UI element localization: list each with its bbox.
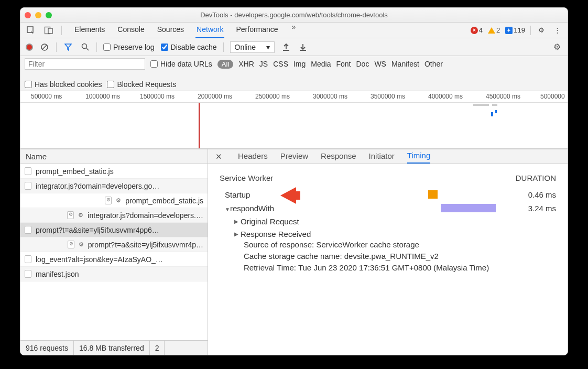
request-count: 916 requests [20, 341, 74, 355]
filter-row: Hide data URLs All XHR JS CSS Img Media … [20, 56, 568, 91]
blocked-requests-checkbox[interactable]: Blocked Requests [107, 80, 176, 89]
filter-type-css[interactable]: CSS [273, 60, 288, 68]
detail-tab-headers[interactable]: Headers [238, 150, 268, 163]
filter-type-img[interactable]: Img [293, 60, 306, 68]
upload-har-icon[interactable] [281, 42, 291, 52]
request-row[interactable]: manifest.json [20, 267, 208, 281]
request-list-pane: Name prompt_embed_static.jsintegrator.js… [20, 149, 208, 355]
detail-tab-timing[interactable]: Timing [407, 149, 430, 164]
transferred-size: 16.8 MB transferred [74, 341, 150, 355]
network-toolbar: Preserve log Disable cache Online▾ ⚙ [20, 38, 568, 56]
clear-icon[interactable] [39, 42, 50, 52]
device-icon[interactable] [43, 25, 54, 36]
timing-row-startup: Startup 0.46 ms [225, 188, 556, 201]
timeline-bar [495, 110, 497, 113]
titlebar[interactable]: DevTools - developers.google.com/web/too… [20, 8, 568, 23]
detail-pane: ✕ Headers Preview Response Initiator Tim… [208, 149, 568, 355]
network-settings-icon[interactable]: ⚙ [552, 42, 562, 52]
filter-type-doc[interactable]: Doc [356, 60, 369, 68]
filter-type-all[interactable]: All [217, 60, 233, 69]
file-gear-icon [68, 241, 74, 248]
tab-sources[interactable]: Sources [156, 23, 185, 38]
filter-type-font[interactable]: Font [336, 60, 351, 68]
caret-right-icon: ▶ [234, 231, 238, 237]
timing-row-respondwith[interactable]: ▼respondWith 3.24 ms [225, 201, 556, 215]
timing-bar-area [361, 190, 514, 199]
filter-type-manifest[interactable]: Manifest [391, 60, 419, 68]
file-icon [25, 167, 31, 175]
file-icon [25, 270, 31, 278]
svg-line-4 [42, 45, 47, 49]
request-row[interactable]: prompt_embed_static.js [20, 164, 208, 179]
timeline-cursor[interactable] [199, 103, 200, 148]
request-list[interactable]: prompt_embed_static.jsintegrator.js?doma… [20, 164, 208, 340]
detail-tab-preview[interactable]: Preview [280, 150, 308, 163]
tab-console[interactable]: Console [116, 23, 145, 38]
detail-tab-initiator[interactable]: Initiator [369, 150, 395, 163]
gear-icon: ⚙ [78, 212, 83, 219]
has-blocked-cookies-checkbox[interactable]: Has blocked cookies [25, 80, 102, 89]
svg-point-5 [82, 44, 86, 49]
tab-network[interactable]: Network [195, 23, 224, 38]
info-cache-name: Cache storage cache name: devsite.pwa_RU… [244, 252, 556, 263]
warning-badge[interactable]: 2 [488, 26, 500, 34]
request-row[interactable]: ⚙prompt_embed_static.js [20, 193, 208, 208]
search-icon[interactable] [80, 42, 90, 52]
caret-down-icon: ▼ [225, 207, 230, 212]
throttle-select[interactable]: Online▾ [230, 41, 275, 53]
filter-type-js[interactable]: JS [259, 60, 268, 68]
separator [530, 26, 531, 35]
column-header-name[interactable]: Name [20, 149, 208, 164]
inspect-icon[interactable] [26, 25, 36, 36]
filter-type-media[interactable]: Media [311, 60, 331, 68]
settings-gear-icon[interactable]: ⚙ [536, 25, 547, 36]
message-badge[interactable]: ✦119 [505, 26, 525, 34]
filter-icon[interactable] [63, 42, 73, 52]
annotation-arrow-icon [275, 185, 300, 206]
separator [61, 26, 62, 35]
more-tabs-icon[interactable]: » [290, 23, 298, 38]
disable-cache-checkbox[interactable]: Disable cache [161, 43, 217, 51]
timing-bar-area [361, 203, 514, 213]
main-tab-row: Elements Console Sources Network Perform… [20, 23, 568, 38]
request-row[interactable]: integrator.js?domain=developers.go… [20, 179, 208, 193]
tab-elements[interactable]: Elements [73, 23, 106, 38]
record-button[interactable] [26, 44, 33, 51]
timing-header: Service Worker DURATION [220, 173, 556, 182]
filter-input[interactable] [25, 58, 145, 70]
section-title: Service Worker [220, 173, 273, 182]
close-detail-icon[interactable]: ✕ [215, 152, 222, 161]
tab-performance[interactable]: Performance [235, 23, 279, 38]
request-name: log_event?alt=json&key=AIzaSyAO_… [36, 255, 163, 264]
detail-tab-response[interactable]: Response [321, 150, 356, 163]
split-pane: Name prompt_embed_static.jsintegrator.js… [20, 149, 568, 355]
hide-data-urls-checkbox[interactable]: Hide data URLs [150, 60, 212, 68]
filter-type-xhr[interactable]: XHR [238, 60, 254, 68]
duration-label: DURATION [516, 173, 556, 182]
tree-original-request[interactable]: ▶Original Request [234, 215, 556, 227]
kebab-menu-icon[interactable]: ⋮ [552, 25, 562, 36]
timing-bar [428, 190, 438, 199]
error-badge[interactable]: ×4 [471, 26, 483, 34]
request-row[interactable]: prompt?t=a&site=ylj5ifxusvvmr4pp6… [20, 223, 208, 237]
timeline-overview[interactable]: 500000 ms 1000000 ms 1500000 ms 2000000 … [20, 91, 568, 149]
filter-type-other[interactable]: Other [424, 60, 443, 68]
request-name: integrator.js?domain=developers.… [88, 211, 203, 220]
message-icon: ✦ [505, 27, 513, 34]
download-har-icon[interactable] [298, 42, 308, 52]
preserve-log-checkbox[interactable]: Preserve log [103, 43, 155, 51]
svg-rect-2 [48, 28, 52, 34]
request-row[interactable]: ⚙integrator.js?domain=developers.… [20, 208, 208, 223]
summary-bar: 916 requests 16.8 MB transferred 2 [20, 340, 208, 355]
tree-response-received[interactable]: ▶Response Received [234, 227, 556, 240]
filter-type-ws[interactable]: WS [374, 60, 386, 68]
error-icon: × [471, 27, 478, 34]
caret-right-icon: ▶ [234, 219, 238, 224]
detail-tabs: ✕ Headers Preview Response Initiator Tim… [208, 149, 568, 164]
request-row[interactable]: ⚙prompt?t=a&site=ylj5ifxusvvmr4p… [20, 237, 208, 252]
devtools-window: DevTools - developers.google.com/web/too… [20, 7, 568, 355]
request-name: manifest.json [36, 270, 79, 278]
warning-icon [488, 27, 495, 34]
timing-duration: 3.24 ms [514, 204, 556, 213]
request-row[interactable]: log_event?alt=json&key=AIzaSyAO_… [20, 252, 208, 267]
